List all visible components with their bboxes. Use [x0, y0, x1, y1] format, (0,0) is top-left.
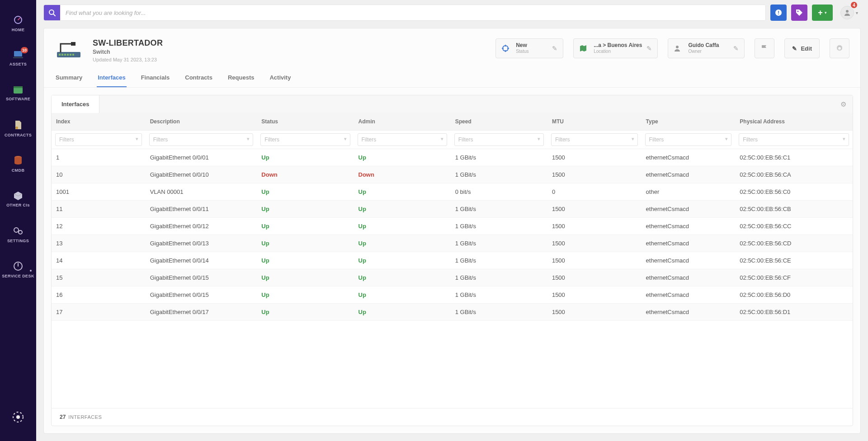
edit-icon[interactable]: ✎ — [733, 45, 739, 52]
info-button[interactable]: ! — [770, 5, 787, 21]
filter-speed[interactable] — [454, 133, 544, 146]
add-button[interactable]: + ▾ — [812, 5, 833, 21]
col-index[interactable]: Index — [52, 113, 146, 131]
sidebar-item-contracts[interactable]: CONTRACTS — [0, 111, 36, 146]
cell-mtu: 0 — [547, 183, 642, 201]
tag-button[interactable] — [791, 5, 807, 21]
table-row[interactable]: 1001VLAN 00001UpUp0 bit/s0other02:5C:00:… — [52, 183, 853, 201]
sidebar-item-brand[interactable] — [0, 405, 36, 432]
sidebar-item-settings[interactable]: SETTINGS — [0, 217, 36, 252]
cell-index: 10 — [52, 166, 146, 183]
tab-contracts[interactable]: Contracts — [184, 70, 213, 87]
edit-icon[interactable]: ✎ — [552, 45, 557, 52]
tab-interfaces[interactable]: Interfaces — [97, 70, 126, 87]
tab-financials[interactable]: Financials — [140, 70, 171, 87]
settings-button[interactable] — [830, 38, 849, 58]
asset-name: SW-LIBERTADOR — [93, 38, 163, 48]
table-row[interactable]: 15GigabitEthernet 0/0/15UpUp1 GBit/s1500… — [52, 269, 853, 286]
panel-settings-button[interactable]: ⚙ — [834, 100, 853, 108]
panel-head: Interfaces ⚙ — [52, 95, 853, 113]
status-card[interactable]: New Status ✎ — [495, 38, 563, 58]
user-menu[interactable]: 4 ▾ — [837, 4, 861, 22]
cell-physical-address: 02:5C:00:EB:56:CA — [735, 166, 853, 183]
cell-physical-address: 02:5C:00:EB:56:C0 — [735, 183, 853, 201]
owner-card[interactable]: Guido Caffa Owner ✎ — [668, 38, 745, 58]
cell-speed: 1 GBit/s — [451, 235, 547, 252]
table-row[interactable]: 16GigabitEthernet 0/0/15UpUp1 GBit/s1500… — [52, 286, 853, 304]
col-status[interactable]: Status — [257, 113, 354, 131]
sidebar-item-other-cis[interactable]: OTHER CIs — [0, 182, 36, 217]
cell-mtu: 1500 — [547, 201, 642, 218]
location-card[interactable]: ...a > Buenos Aires Location ✎ — [573, 38, 658, 58]
title-block: SW-LIBERTADOR Switch Updated May 31 2023… — [93, 38, 163, 62]
cell-mtu: 1500 — [547, 149, 642, 166]
cell-index: 16 — [52, 286, 146, 304]
cell-speed: 1 GBit/s — [451, 201, 547, 218]
cell-description: GigabitEthernet 0/0/17 — [146, 304, 257, 321]
filter-type[interactable] — [645, 133, 732, 146]
table-row[interactable]: 13GigabitEthernet 0/0/13UpUp1 GBit/s1500… — [52, 235, 853, 252]
table-row[interactable]: 11GigabitEthernet 0/0/11UpUp1 GBit/s1500… — [52, 201, 853, 218]
cell-description: GigabitEthernet 0/0/11 — [146, 201, 257, 218]
sidebar-item-cmdb[interactable]: CMDB — [0, 146, 36, 182]
tab-activity[interactable]: Activity — [269, 70, 292, 87]
gauge-icon — [13, 14, 24, 25]
col-mtu[interactable]: MTU — [547, 113, 642, 131]
sidebar-item-assets[interactable]: 10 ASSETS — [0, 41, 36, 76]
box-icon — [13, 191, 23, 200]
cell-admin: Up — [354, 269, 451, 286]
flag-button[interactable] — [755, 38, 774, 58]
cell-type: ethernetCsmacd — [642, 201, 736, 218]
location-sub: Location — [594, 49, 642, 54]
filter-description[interactable] — [149, 133, 254, 146]
cell-type: ethernetCsmacd — [642, 304, 736, 321]
edit-button[interactable]: ✎ Edit — [784, 38, 820, 58]
sidebar-item-software[interactable]: SOFTWARE — [0, 76, 36, 111]
tab-requests[interactable]: Requests — [227, 70, 255, 87]
col-physical-address[interactable]: Physical Address — [735, 113, 853, 131]
col-speed[interactable]: Speed — [451, 113, 547, 131]
sidebar-item-home[interactable]: HOME — [0, 5, 36, 41]
gears-icon — [13, 226, 24, 236]
filter-row — [52, 131, 853, 149]
cell-admin: Up — [354, 235, 451, 252]
filter-status[interactable] — [260, 133, 350, 146]
cell-admin: Down — [354, 166, 451, 183]
cell-status: Up — [257, 252, 354, 269]
table-row[interactable]: 14GigabitEthernet 0/0/14UpUp1 GBit/s1500… — [52, 252, 853, 269]
cell-admin: Up — [354, 252, 451, 269]
filter-index[interactable] — [55, 133, 142, 146]
user-icon — [674, 45, 684, 52]
col-description[interactable]: Description — [146, 113, 257, 131]
map-icon — [579, 44, 589, 52]
filter-mtu[interactable] — [551, 133, 638, 146]
panel-body[interactable]: Index Description Status Admin Speed MTU… — [52, 113, 853, 408]
svg-rect-22 — [70, 54, 71, 56]
cell-type: ethernetCsmacd — [642, 269, 736, 286]
cell-mtu: 1500 — [547, 252, 642, 269]
cell-index: 15 — [52, 269, 146, 286]
sidebar-item-label: SETTINGS — [7, 239, 29, 243]
cell-physical-address: 02:5C:00:EB:56:CC — [735, 218, 853, 235]
database-icon — [14, 155, 23, 165]
caret-down-icon: ▾ — [856, 10, 858, 15]
cell-index: 14 — [52, 252, 146, 269]
col-admin[interactable]: Admin — [354, 113, 451, 131]
search-button[interactable] — [44, 5, 60, 20]
cell-physical-address: 02:5C:00:EB:56:D1 — [735, 304, 853, 321]
tab-summary[interactable]: Summary — [55, 70, 83, 87]
sidebar-item-service-desk[interactable]: SERVICE DESK — [0, 252, 36, 287]
search-input[interactable] — [60, 5, 765, 20]
col-type[interactable]: Type — [642, 113, 736, 131]
table-row[interactable]: 12GigabitEthernet 0/0/12UpUp1 GBit/s1500… — [52, 218, 853, 235]
cell-admin: Up — [354, 183, 451, 201]
table-row[interactable]: 10GigabitEthernet 0/0/10DownDown1 GBit/s… — [52, 166, 853, 183]
edit-icon[interactable]: ✎ — [646, 45, 652, 52]
filter-admin[interactable] — [358, 133, 447, 146]
table-row[interactable]: 17GigabitEthernet 0/0/17UpUp1 GBit/s1500… — [52, 304, 853, 321]
cell-speed: 1 GBit/s — [451, 218, 547, 235]
table-row[interactable]: 1GigabitEthernet 0/0/01UpUp1 GBit/s1500e… — [52, 149, 853, 166]
sidebar-item-label: SERVICE DESK — [2, 274, 34, 278]
cell-physical-address: 02:5C:00:EB:56:CF — [735, 269, 853, 286]
filter-physical-address[interactable] — [739, 133, 849, 146]
